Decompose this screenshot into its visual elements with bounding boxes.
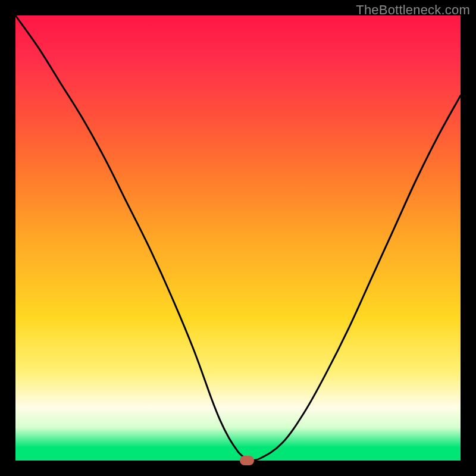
watermark-label: TheBottleneck.com [356, 2, 470, 18]
bottleneck-curve [15, 15, 461, 461]
curve-path [15, 15, 461, 461]
optimal-point-marker [240, 456, 254, 465]
chart-container: TheBottleneck.com [0, 0, 476, 476]
